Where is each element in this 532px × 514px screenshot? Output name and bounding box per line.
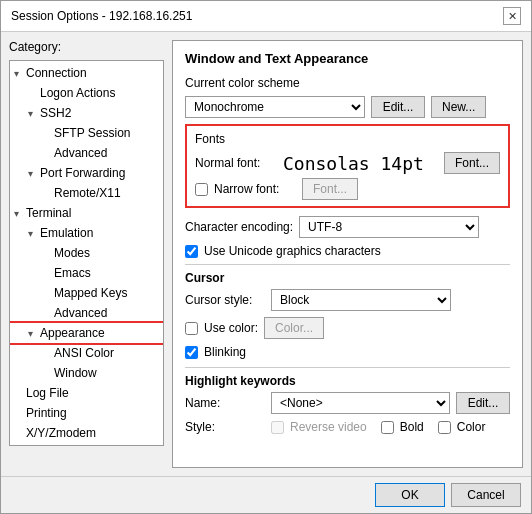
sidebar-label-ssh2: SSH2 [40,106,71,120]
unicode-graphics-label: Use Unicode graphics characters [204,244,381,258]
color-scheme-new-button[interactable]: New... [431,96,486,118]
use-color-checkbox[interactable] [185,322,198,335]
sidebar-label-appearance: Appearance [40,326,105,340]
color-checkbox[interactable] [438,421,451,434]
sidebar-item-log-file[interactable]: Log File [10,383,163,403]
color-scheme-label: Current color scheme [185,76,510,90]
cancel-button[interactable]: Cancel [451,483,521,507]
normal-font-row: Normal font: Consolas 14pt Font... [195,152,500,174]
sidebar-item-emacs[interactable]: Emacs [10,263,163,283]
content-panel: Window and Text Appearance Current color… [172,40,523,468]
sidebar-item-logon-actions[interactable]: Logon Actions [10,83,163,103]
color-label: Color [457,420,486,434]
sidebar-item-window[interactable]: Window [10,363,163,383]
sidebar-item-terminal[interactable]: ▾ Terminal [10,203,163,223]
sidebar-label-emulation: Emulation [40,226,93,240]
cursor-title: Cursor [185,271,510,285]
color-scheme-row: Monochrome White / Black Black / White E… [185,96,510,118]
highlight-edit-button[interactable]: Edit... [456,392,510,414]
dialog-body: Category: ▾ Connection Logon Actions [1,32,531,476]
bold-checkbox[interactable] [381,421,394,434]
sidebar-item-port-forwarding[interactable]: ▾ Port Forwarding [10,163,163,183]
encoding-select[interactable]: UTF-8 ISO-8859-1 ASCII [299,216,479,238]
blinking-checkbox[interactable] [185,346,198,359]
sidebar-label-logon-actions: Logon Actions [40,86,115,100]
sidebar-label-log-file: Log File [26,386,69,400]
cursor-style-label: Cursor style: [185,293,265,307]
title-bar: Session Options - 192.168.16.251 ✕ [1,1,531,32]
unicode-graphics-checkbox[interactable] [185,245,198,258]
sidebar-item-emulation[interactable]: ▾ Emulation [10,223,163,243]
sidebar-label-advanced-ssh: Advanced [54,146,107,160]
sidebar-label-ansi-color: ANSI Color [54,346,114,360]
sidebar-label-port-forwarding: Port Forwarding [40,166,125,180]
dialog-title: Session Options - 192.168.16.251 [11,9,192,23]
sidebar-label-sftp-session: SFTP Session [54,126,130,140]
fonts-section: Fonts Normal font: Consolas 14pt Font...… [185,124,510,208]
normal-font-label: Normal font: [195,156,277,170]
sidebar-container: Category: ▾ Connection Logon Actions [9,40,164,468]
fonts-title: Fonts [195,132,500,146]
blinking-row: Blinking [185,345,510,359]
sidebar-item-ssh2[interactable]: ▾ SSH2 [10,103,163,123]
cursor-color-row: Use color: Color... [185,317,510,339]
use-color-label: Use color: [204,321,258,335]
highlight-name-label: Name: [185,396,265,410]
sidebar-label-mapped-keys: Mapped Keys [54,286,127,300]
reverse-video-checkbox[interactable] [271,421,284,434]
highlight-name-select[interactable]: <None> [271,392,450,414]
encoding-label: Character encoding: [185,220,293,234]
sidebar-item-modes[interactable]: Modes [10,243,163,263]
sidebar-item-mapped-keys[interactable]: Mapped Keys [10,283,163,303]
sidebar-item-sftp-session[interactable]: SFTP Session [10,123,163,143]
sidebar-item-appearance[interactable]: ▾ Appearance [10,323,163,343]
blinking-label: Blinking [204,345,246,359]
session-options-dialog: Session Options - 192.168.16.251 ✕ Categ… [0,0,532,514]
close-button[interactable]: ✕ [503,7,521,25]
sidebar-label-xyz-modem: X/Y/Zmodem [26,426,96,440]
highlight-style-row: Style: Reverse video Bold Color [185,420,510,434]
sidebar-label-remote-x11: Remote/X11 [54,186,121,200]
category-tree: ▾ Connection Logon Actions ▾ SSH2 [9,60,164,446]
sidebar-item-connection[interactable]: ▾ Connection [10,63,163,83]
divider-1 [185,264,510,265]
cursor-style-select[interactable]: Block Underline Vertical Bar [271,289,451,311]
unicode-row: Use Unicode graphics characters [185,244,510,258]
sidebar-item-advanced-terminal[interactable]: Advanced [10,303,163,323]
sidebar-item-advanced-ssh[interactable]: Advanced [10,143,163,163]
highlight-title: Highlight keywords [185,374,510,388]
sidebar-item-xyz-modem[interactable]: X/Y/Zmodem [10,423,163,443]
bold-label: Bold [400,420,424,434]
divider-2 [185,367,510,368]
sidebar-item-ansi-color[interactable]: ANSI Color [10,343,163,363]
normal-font-display: Consolas 14pt [283,153,438,174]
sidebar-item-printing[interactable]: Printing [10,403,163,423]
category-label: Category: [9,40,164,56]
dialog-footer: OK Cancel [1,476,531,513]
highlight-section: Highlight keywords Name: <None> Edit... … [185,374,510,434]
color-scheme-edit-button[interactable]: Edit... [371,96,425,118]
sidebar-label-modes: Modes [54,246,90,260]
normal-font-button[interactable]: Font... [444,152,500,174]
sidebar-label-terminal: Terminal [26,206,71,220]
highlight-name-row: Name: <None> Edit... [185,392,510,414]
color-button[interactable]: Color... [264,317,324,339]
style-options: Reverse video Bold Color [271,420,485,434]
encoding-row: Character encoding: UTF-8 ISO-8859-1 ASC… [185,216,510,238]
reverse-video-label: Reverse video [290,420,367,434]
sidebar-label-advanced-terminal: Advanced [54,306,107,320]
sidebar-item-remote-x11[interactable]: Remote/X11 [10,183,163,203]
highlight-style-label: Style: [185,420,265,434]
ok-button[interactable]: OK [375,483,445,507]
sidebar-label-emacs: Emacs [54,266,91,280]
cursor-style-row: Cursor style: Block Underline Vertical B… [185,289,510,311]
toggle-connection: ▾ [14,68,26,79]
color-scheme-select[interactable]: Monochrome White / Black Black / White [185,96,365,118]
narrow-font-row: Narrow font: Font... [195,178,500,200]
sidebar-label-window: Window [54,366,97,380]
narrow-font-checkbox[interactable] [195,183,208,196]
cursor-section: Cursor Cursor style: Block Underline Ver… [185,271,510,359]
sidebar-label-connection: Connection [26,66,87,80]
narrow-font-label: Narrow font: [214,182,296,196]
narrow-font-button[interactable]: Font... [302,178,358,200]
